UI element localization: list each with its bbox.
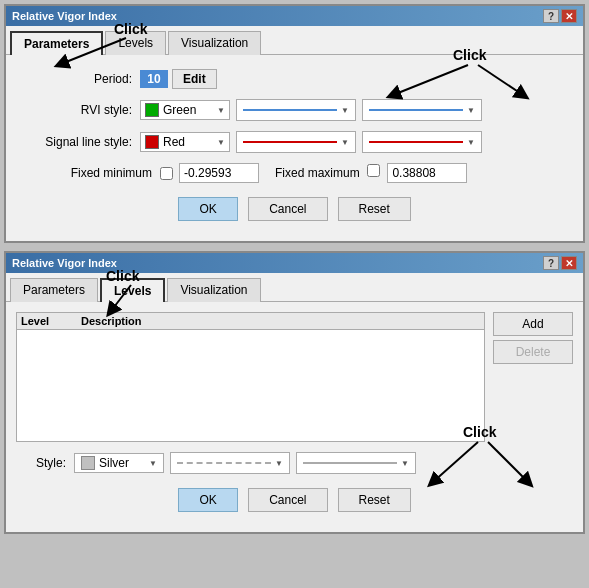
rvi-color-dropdown[interactable]: Green <box>140 100 230 120</box>
rvi-solid-line2 <box>369 109 463 111</box>
fixed-row: Fixed minimum Fixed maximum <box>22 163 567 183</box>
rvi-solid-line <box>243 109 337 111</box>
period-label: Period: <box>22 72 132 86</box>
dialog2: Relative Vigor Index ? ✕ Click Parameter… <box>4 251 585 534</box>
signal-line-value: Red <box>140 131 482 153</box>
period-row: Period: 10 Edit <box>22 69 567 89</box>
edit-button[interactable]: Edit <box>172 69 217 89</box>
signal-line-style1[interactable] <box>236 131 356 153</box>
levels-table-header: Level Description <box>17 313 484 330</box>
style-color-dropdown[interactable]: Silver <box>74 453 164 473</box>
period-value: 10 Edit <box>140 69 217 89</box>
dialog1-content: Click Period: 10 Edit RVI style: <box>6 55 583 241</box>
tab-parameters-2[interactable]: Parameters <box>10 278 98 302</box>
rvi-line-style1[interactable] <box>236 99 356 121</box>
dialog2-content: Click Level Description <box>6 302 583 532</box>
fixed-min-label: Fixed minimum <box>22 166 152 180</box>
levels-main: Level Description Add Delete <box>16 312 573 442</box>
close-button-2[interactable]: ✕ <box>561 256 577 270</box>
signal-color-dropdown[interactable]: Red <box>140 132 230 152</box>
ok-button-2[interactable]: OK <box>178 488 238 512</box>
fixed-min-checkbox[interactable] <box>160 167 173 180</box>
title-bar-buttons-2: ? ✕ <box>543 256 577 270</box>
period-display: 10 <box>140 70 168 88</box>
signal-solid-line <box>243 141 337 143</box>
fixed-max-group: Fixed maximum <box>275 163 467 183</box>
levels-table: Level Description <box>16 312 485 442</box>
fixed-min-group <box>160 163 259 183</box>
levels-table-container: Level Description <box>16 312 485 442</box>
dashed-line <box>177 462 271 464</box>
style-row: Style: Silver <box>16 452 573 474</box>
cancel-button-1[interactable]: Cancel <box>248 197 327 221</box>
tabs-1: Parameters Levels Visualization <box>6 26 583 55</box>
signal-color-block <box>145 135 159 149</box>
col-level: Level <box>21 315 81 327</box>
fixed-max-input[interactable] <box>387 163 467 183</box>
tab-levels-2[interactable]: Levels <box>100 278 165 302</box>
title-bar-buttons-1: ? ✕ <box>543 9 577 23</box>
title-bar-2: Relative Vigor Index ? ✕ <box>6 253 583 273</box>
reset-button-1[interactable]: Reset <box>338 197 411 221</box>
dialog2-buttons: OK Cancel Reset <box>16 488 573 522</box>
tab-visualization-1[interactable]: Visualization <box>168 31 261 55</box>
tab-visualization-2[interactable]: Visualization <box>167 278 260 302</box>
style-dashed-dropdown[interactable] <box>170 452 290 474</box>
levels-table-body <box>17 330 484 440</box>
tabs-2: Parameters Levels Visualization <box>6 273 583 302</box>
delete-button[interactable]: Delete <box>493 340 573 364</box>
close-button-1[interactable]: ✕ <box>561 9 577 23</box>
rvi-style-row: RVI style: Green <box>22 99 567 121</box>
help-button-2[interactable]: ? <box>543 256 559 270</box>
signal-line-row: Signal line style: Red <box>22 131 567 153</box>
fixed-max-checkbox[interactable] <box>367 164 380 177</box>
style-color-label: Silver <box>99 456 129 470</box>
levels-side-buttons: Add Delete <box>493 312 573 442</box>
fixed-min-input[interactable] <box>179 163 259 183</box>
cancel-button-2[interactable]: Cancel <box>248 488 327 512</box>
rvi-style-label: RVI style: <box>22 103 132 117</box>
signal-line-style2[interactable] <box>362 131 482 153</box>
signal-line-label: Signal line style: <box>22 135 132 149</box>
reset-button-2[interactable]: Reset <box>338 488 411 512</box>
title-bar-1: Relative Vigor Index ? ✕ <box>6 6 583 26</box>
fixed-max-label: Fixed maximum <box>275 166 360 180</box>
tab-levels-1[interactable]: Levels <box>105 31 166 55</box>
style-label: Style: <box>16 456 66 470</box>
rvi-style-value: Green <box>140 99 482 121</box>
dialog1-buttons: OK Cancel Reset <box>22 197 567 231</box>
col-description: Description <box>81 315 142 327</box>
signal-solid-line2 <box>369 141 463 143</box>
ok-button-1[interactable]: OK <box>178 197 238 221</box>
signal-color-label: Red <box>163 135 185 149</box>
rvi-color-block <box>145 103 159 117</box>
dialog1: Relative Vigor Index ? ✕ Click Parameter… <box>4 4 585 243</box>
style-color-block <box>81 456 95 470</box>
rvi-color-label: Green <box>163 103 196 117</box>
add-button[interactable]: Add <box>493 312 573 336</box>
tab-parameters-1[interactable]: Parameters <box>10 31 103 55</box>
rvi-line-style2[interactable] <box>362 99 482 121</box>
dialog1-title: Relative Vigor Index <box>12 10 117 22</box>
style-solid-dropdown[interactable] <box>296 452 416 474</box>
solid-line <box>303 462 397 464</box>
dialog2-title: Relative Vigor Index <box>12 257 117 269</box>
help-button-1[interactable]: ? <box>543 9 559 23</box>
